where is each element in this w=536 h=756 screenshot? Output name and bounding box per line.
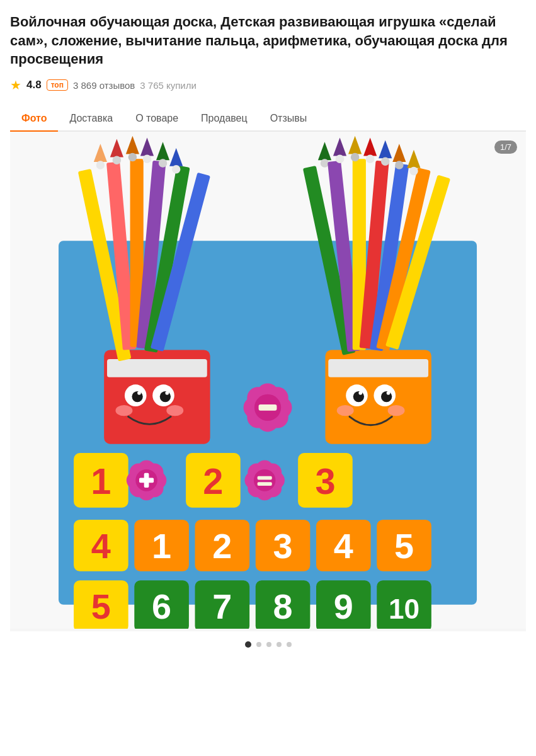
svg-rect-70 [259,404,277,411]
reviews-count: 3 869 отзывов [73,80,135,91]
svg-text:3: 3 [315,462,335,502]
svg-point-36 [358,391,362,395]
svg-point-20 [128,153,137,161]
svg-point-54 [381,157,389,165]
tab-seller[interactable]: Продавец [190,106,259,130]
dot-2[interactable] [256,642,261,647]
product-title: Войлочная обучающая доска, Детская разви… [10,13,526,69]
svg-point-38 [337,405,354,416]
svg-point-39 [388,405,405,416]
dot-3[interactable] [266,642,271,647]
dot-1[interactable] [245,641,251,648]
svg-rect-95 [258,476,272,480]
svg-point-7 [160,391,171,402]
bought-count: 3 765 купили [140,80,197,91]
svg-rect-83 [144,473,149,488]
svg-point-11 [166,405,183,416]
svg-text:6: 6 [152,587,171,626]
tab-delivery[interactable]: Доставка [58,106,124,130]
svg-point-34 [353,391,364,402]
dot-5[interactable] [287,642,292,647]
svg-text:1: 1 [152,526,171,566]
tabs-row: Фото Доставка О товаре Продавец Отзывы [10,106,526,132]
svg-text:5: 5 [394,526,414,566]
svg-rect-3 [107,359,207,377]
tab-about[interactable]: О товаре [124,106,190,130]
svg-point-57 [395,161,403,169]
star-icon: ★ [10,77,21,93]
svg-rect-31 [328,359,428,377]
tab-reviews[interactable]: Отзывы [259,106,319,130]
svg-point-45 [336,155,344,163]
svg-text:2: 2 [203,462,223,502]
svg-text:5: 5 [91,587,111,626]
svg-point-48 [351,153,359,161]
svg-rect-96 [258,482,272,486]
svg-point-37 [387,391,391,395]
dot-4[interactable] [277,642,282,647]
svg-point-51 [366,155,374,163]
image-counter: 1/7 [494,140,517,154]
svg-point-9 [165,391,169,395]
svg-point-17 [113,156,121,164]
svg-text:8: 8 [273,587,293,626]
rating-row: ★ 4.8 топ 3 869 отзывов 3 765 купили [10,77,526,93]
svg-text:9: 9 [334,587,353,626]
svg-point-8 [137,391,141,395]
svg-point-94 [254,469,276,491]
product-image: 1 2 [10,132,526,629]
svg-point-60 [409,167,418,175]
svg-point-14 [96,161,105,169]
svg-point-26 [159,159,167,167]
image-dots [10,631,526,654]
svg-text:10: 10 [389,593,419,624]
svg-point-6 [132,391,142,402]
svg-point-23 [143,155,151,163]
tab-photo[interactable]: Фото [10,106,58,130]
rating-value: 4.8 [26,79,42,91]
svg-text:7: 7 [212,587,232,626]
top-badge: топ [47,79,68,91]
svg-point-29 [172,165,180,173]
image-container[interactable]: 1/7 [10,132,526,631]
page-container: Войлочная обучающая доска, Детская разви… [0,0,536,673]
svg-text:3: 3 [273,526,293,566]
svg-text:4: 4 [91,526,111,566]
svg-text:4: 4 [334,526,353,566]
svg-point-42 [321,159,329,167]
svg-point-10 [115,405,132,416]
svg-text:2: 2 [212,526,232,566]
svg-text:1: 1 [91,462,111,502]
svg-point-35 [381,391,392,402]
